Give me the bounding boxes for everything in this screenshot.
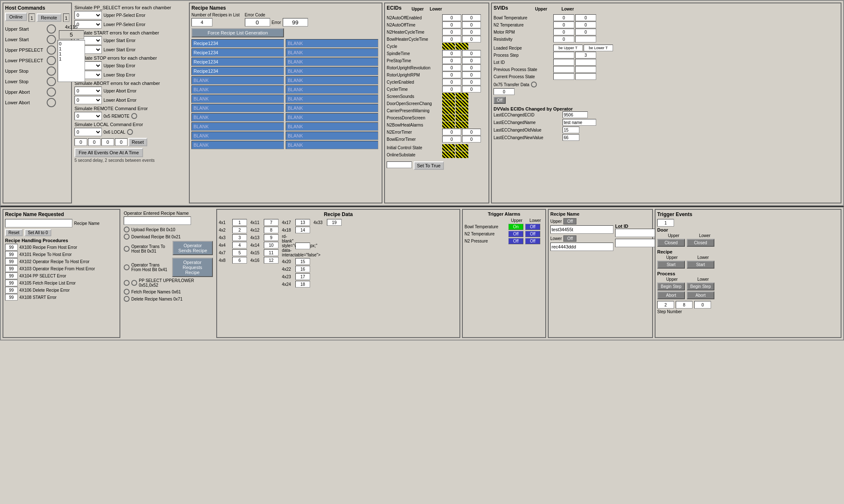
remote-button[interactable]: Remote <box>37 13 61 22</box>
rd-4x7[interactable] <box>232 249 247 256</box>
step-num-extra-input[interactable] <box>694 301 711 309</box>
lower-stop-circle[interactable] <box>47 77 56 86</box>
rd-4x1[interactable] <box>232 219 247 226</box>
recipe-blank-5[interactable] <box>286 76 378 84</box>
ecid-bowlheatercycle-lower[interactable] <box>462 36 481 42</box>
rd-4x2[interactable] <box>232 227 247 233</box>
op-trans-host-radio[interactable] <box>124 246 130 252</box>
recipe-reset-button[interactable]: Reset <box>5 229 23 236</box>
proc-4x104-val[interactable] <box>5 272 18 279</box>
process-abort-lower-btn[interactable]: Abort <box>687 291 714 299</box>
rd-4x23[interactable] <box>295 273 310 280</box>
rd-4x20[interactable] <box>295 258 310 265</box>
ecid-spindletime-upper[interactable] <box>442 50 461 57</box>
recipe-name-req-input[interactable] <box>5 219 72 227</box>
op-sends-button[interactable]: Operator Sends Recipe <box>173 241 213 255</box>
dvval-lastecid-input[interactable] <box>563 111 588 118</box>
ta-bowltemp-upper-btn[interactable]: On <box>508 224 523 230</box>
op-name-input[interactable] <box>124 216 191 225</box>
recipe-input-9[interactable] <box>191 113 284 121</box>
reset-button[interactable]: Reset <box>128 138 147 146</box>
rd-4x8[interactable] <box>232 257 247 264</box>
rd-4x17[interactable] <box>295 219 310 226</box>
op-req-button[interactable]: Operator Requests Recipe <box>172 258 213 277</box>
svid-process-step-upper[interactable] <box>553 52 574 58</box>
rd-4x24[interactable] <box>295 281 310 288</box>
rd-4x15[interactable] <box>264 249 279 256</box>
process-beginstep-lower-btn[interactable]: Begin Step <box>687 282 714 290</box>
svid-n2temp-lower[interactable] <box>575 21 596 28</box>
ecid-alert-input[interactable] <box>387 161 412 168</box>
recipe-blank-1[interactable] <box>286 39 378 47</box>
chamber-val-input[interactable] <box>59 30 84 39</box>
rd-4x3[interactable] <box>232 234 247 241</box>
step-num-lower-input[interactable] <box>676 301 693 309</box>
ecid-n2heatercycle-upper[interactable] <box>442 29 461 35</box>
force-recipe-btn[interactable]: Force Recipe List Generation <box>191 28 284 37</box>
proc-4x108-val[interactable] <box>5 294 18 301</box>
ta-n2temp-lower-btn[interactable]: Off <box>525 231 540 237</box>
ecid-cyclertime-upper[interactable] <box>442 86 461 92</box>
rd-4x12[interactable] <box>264 227 279 233</box>
recipe-blank-4[interactable] <box>286 67 378 75</box>
recipe-input-3[interactable] <box>191 58 284 66</box>
rd-4x4[interactable] <box>232 242 247 248</box>
recipe-blank-9[interactable] <box>286 113 378 121</box>
op-trans-fromhost-radio[interactable] <box>124 264 130 270</box>
recipe-blank-10[interactable] <box>286 122 378 131</box>
recipe-blank-2[interactable] <box>286 48 378 57</box>
set-true-button[interactable]: Set To True <box>414 161 444 170</box>
ecid-rotoruprightrpm-lower[interactable] <box>462 71 481 78</box>
svid-prev-state-lower[interactable] <box>575 66 596 73</box>
recipe-input-2[interactable] <box>191 48 284 57</box>
proc-4x106-val[interactable] <box>5 287 18 293</box>
pp-upper-dropdown[interactable]: 0 <box>74 11 102 19</box>
fetch-radio[interactable] <box>124 289 130 295</box>
local-radio[interactable] <box>127 129 133 135</box>
local-dropdown[interactable]: 0 <box>74 128 102 136</box>
recipe-input-10[interactable] <box>191 122 284 131</box>
rd-4x22[interactable] <box>295 266 310 272</box>
proc-4x103-val[interactable] <box>5 265 18 272</box>
transfer-val-input[interactable] <box>494 88 515 95</box>
ecid-rotoruprightrpm-upper[interactable] <box>442 71 461 78</box>
rd-blank-1[interactable] <box>295 243 310 249</box>
svid-loaded-recipe-upper[interactable] <box>553 45 583 51</box>
recipe-blank-3[interactable] <box>286 58 378 66</box>
ta-bowltemp-lower-btn[interactable]: Off <box>525 224 540 230</box>
online-button[interactable]: Online <box>5 13 27 21</box>
transfer-circle[interactable] <box>531 82 537 87</box>
rd-4x13[interactable] <box>264 234 279 241</box>
ecid-n2autoofftime-lower[interactable] <box>462 21 481 28</box>
svid-process-step-lower[interactable] <box>575 52 596 58</box>
door-closed-lower-btn[interactable]: Closed <box>687 239 714 247</box>
ecid-n2autoofftime-upper[interactable] <box>442 21 461 28</box>
ecid-cyclertime-lower[interactable] <box>462 86 481 92</box>
dvval-lastecold-input[interactable] <box>563 127 579 133</box>
ta-n2pressure-upper-btn[interactable]: Off <box>508 238 523 244</box>
ecid-bowlerrortimer-lower[interactable] <box>462 136 481 142</box>
svid-resistivity-upper[interactable] <box>553 36 574 42</box>
pp-select-radio-1[interactable] <box>124 280 130 286</box>
recipe-blank-8[interactable] <box>286 104 378 112</box>
svid-resistivity-lower[interactable] <box>575 36 596 42</box>
recipe-blank-7[interactable] <box>286 95 378 103</box>
off-button[interactable]: Off <box>494 97 506 104</box>
recipe-input-4[interactable] <box>191 67 284 75</box>
recipe-start-lower-btn[interactable]: Start <box>687 261 714 269</box>
svid-prev-state-upper[interactable] <box>553 66 574 73</box>
remote-dropdown[interactable]: 0 <box>74 112 102 120</box>
ecid-n2errortimer-lower[interactable] <box>462 129 481 135</box>
ecid-n2heatercycle-lower[interactable] <box>462 29 481 35</box>
recipe-input-12[interactable] <box>191 141 284 149</box>
upper-stop-circle[interactable] <box>47 66 56 76</box>
upload-radio[interactable] <box>124 227 130 232</box>
svid-lotid-lower[interactable] <box>575 59 596 66</box>
ecid-prestoptime-lower[interactable] <box>462 57 481 64</box>
counter-1[interactable] <box>74 138 87 146</box>
svid-motorrpm-upper[interactable] <box>553 29 574 35</box>
error-code-input[interactable] <box>245 18 270 26</box>
delete-radio[interactable] <box>124 296 130 302</box>
rd-4x14[interactable] <box>264 242 279 248</box>
svid-curr-state-upper[interactable] <box>553 73 574 80</box>
